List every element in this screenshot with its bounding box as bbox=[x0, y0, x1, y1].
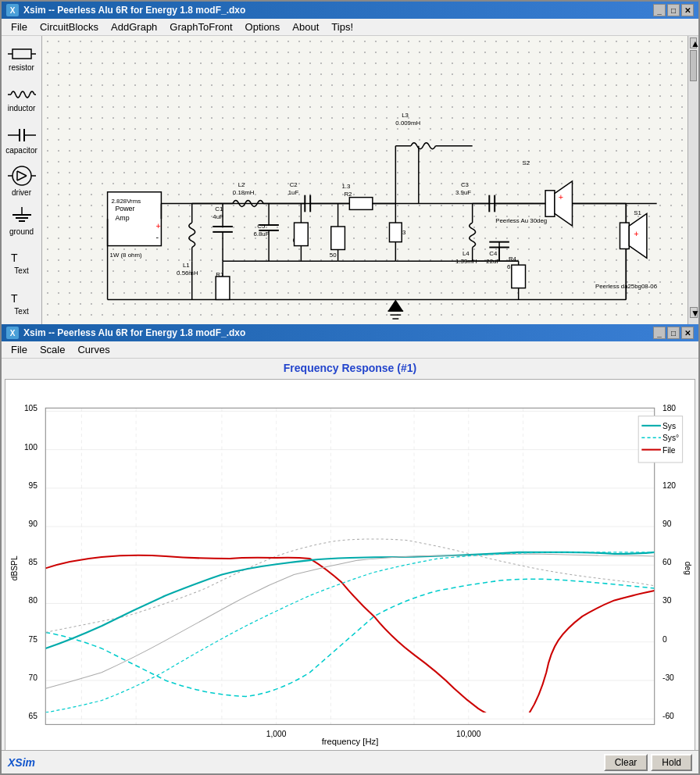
svg-text:1uF: 1uF bbox=[288, 189, 299, 196]
svg-text:+: + bbox=[559, 192, 563, 202]
svg-text:180: 180 bbox=[662, 404, 676, 412]
svg-text:50: 50 bbox=[330, 252, 337, 259]
sidebar-label-text2: Text bbox=[14, 307, 28, 316]
svg-text:30: 30 bbox=[662, 596, 672, 605]
svg-text:105: 105 bbox=[24, 404, 38, 412]
svg-text:80: 80 bbox=[29, 596, 38, 605]
svg-text:75: 75 bbox=[29, 635, 38, 644]
menu-graphtofront[interactable]: GraphToFront bbox=[163, 20, 238, 34]
svg-text:1,000: 1,000 bbox=[266, 730, 287, 738]
app-icon: X bbox=[6, 4, 19, 16]
bottom-bar: XSim Clear Hold bbox=[2, 750, 698, 773]
menu-about[interactable]: About bbox=[286, 20, 325, 34]
svg-text:+: + bbox=[634, 229, 638, 238]
svg-text:Amp: Amp bbox=[115, 214, 129, 222]
svg-text:-30: -30 bbox=[662, 673, 674, 682]
svg-text:60: 60 bbox=[662, 558, 672, 566]
bottom-titlebar-controls: _ □ ✕ bbox=[653, 327, 694, 339]
schematic-container: resistor inductor capacitor bbox=[2, 36, 698, 326]
svg-text:85: 85 bbox=[29, 558, 38, 566]
bottom-close-button[interactable]: ✕ bbox=[681, 327, 694, 339]
top-window: X Xsim -- Peerless Alu 6R for Energy 1.8… bbox=[0, 0, 700, 324]
bottom-menu-scale[interactable]: Scale bbox=[34, 342, 72, 357]
sidebar-item-inductor[interactable]: inductor bbox=[4, 80, 40, 119]
sidebar-item-capacitor[interactable]: capacitor bbox=[4, 120, 40, 159]
svg-text:90: 90 bbox=[29, 520, 38, 528]
menu-options[interactable]: Options bbox=[239, 20, 287, 34]
svg-text:65: 65 bbox=[29, 712, 38, 720]
svg-text:-: - bbox=[156, 232, 159, 241]
svg-marker-30 bbox=[388, 299, 404, 311]
titlebar-controls: _ □ ✕ bbox=[653, 4, 694, 16]
svg-text:120: 120 bbox=[662, 481, 676, 490]
sidebar-item-ground[interactable]: ground bbox=[4, 202, 40, 241]
sidebar-label-text1: Text bbox=[14, 266, 28, 275]
bottom-titlebar: X Xsim -- Peerless Alu 6R for Energy 1.8… bbox=[2, 324, 698, 341]
sidebar-item-driver[interactable]: driver bbox=[4, 161, 40, 200]
svg-text:100: 100 bbox=[24, 443, 38, 452]
vertical-scrollbar[interactable]: ▲ ▼ bbox=[688, 36, 698, 326]
svg-line-13 bbox=[17, 171, 27, 176]
sidebar-item-text2[interactable]: T Text bbox=[4, 284, 40, 323]
svg-text:T: T bbox=[11, 292, 18, 305]
close-button[interactable]: ✕ bbox=[681, 4, 694, 16]
svg-text:1W (8 ohm): 1W (8 ohm) bbox=[110, 252, 142, 259]
menu-addgraph[interactable]: AddGraph bbox=[105, 20, 163, 34]
maximize-button[interactable]: □ bbox=[667, 4, 680, 16]
svg-text:10,000: 10,000 bbox=[456, 730, 481, 738]
svg-text:+: + bbox=[156, 221, 161, 230]
bottom-minimize-button[interactable]: _ bbox=[653, 327, 666, 339]
svg-text:L1: L1 bbox=[183, 262, 190, 269]
bottom-app-icon: X bbox=[6, 327, 19, 339]
menu-tips[interactable]: Tips! bbox=[325, 20, 359, 34]
svg-text:dBSPL: dBSPL bbox=[10, 555, 19, 580]
svg-text:70: 70 bbox=[29, 673, 38, 682]
hold-button[interactable]: Hold bbox=[651, 754, 692, 771]
bottom-maximize-button[interactable]: □ bbox=[667, 327, 680, 339]
svg-rect-69 bbox=[331, 227, 345, 250]
svg-text:Sys: Sys bbox=[662, 422, 676, 430]
svg-rect-112 bbox=[512, 265, 526, 288]
bottom-menu-curves[interactable]: Curves bbox=[71, 342, 116, 357]
svg-text:90: 90 bbox=[662, 520, 672, 528]
sidebar-label-capacitor: capacitor bbox=[5, 146, 38, 155]
top-titlebar: X Xsim -- Peerless Alu 6R for Energy 1.8… bbox=[2, 2, 698, 19]
svg-text:C2: C2 bbox=[290, 181, 298, 188]
svg-text:Sys°: Sys° bbox=[662, 434, 679, 442]
schematic-canvas[interactable]: Power Amp 2.828Vrms + - 1W (8 ohm) L1 bbox=[42, 36, 688, 326]
svg-text:L4: L4 bbox=[462, 250, 470, 257]
sidebar-item-text1[interactable]: T Text bbox=[4, 243, 40, 282]
clear-button[interactable]: Clear bbox=[604, 754, 648, 771]
svg-text:S2: S2 bbox=[523, 159, 530, 166]
svg-text:-60: -60 bbox=[662, 712, 674, 720]
svg-text:C4: C4 bbox=[489, 250, 498, 257]
menu-file[interactable]: File bbox=[5, 20, 34, 34]
sidebar-label-resistor: resistor bbox=[9, 63, 34, 72]
menu-circuitblocks[interactable]: CircuitBlocks bbox=[34, 20, 105, 34]
svg-text:1.3: 1.3 bbox=[342, 183, 352, 190]
svg-text:6.8uF: 6.8uF bbox=[253, 230, 269, 238]
bottom-menu-file[interactable]: File bbox=[5, 342, 34, 357]
svg-text:S1: S1 bbox=[634, 209, 641, 216]
svg-text:4uF: 4uF bbox=[212, 213, 223, 220]
svg-text:C3: C3 bbox=[461, 181, 470, 188]
svg-text:File: File bbox=[662, 446, 676, 455]
svg-text:0.009mH: 0.009mH bbox=[395, 120, 420, 127]
svg-text:2.828Vrms: 2.828Vrms bbox=[112, 198, 141, 205]
svg-rect-119 bbox=[545, 191, 555, 216]
svg-text:frequency [Hz]: frequency [Hz] bbox=[322, 737, 379, 746]
graph-area[interactable]: 105 100 95 90 85 80 75 70 65 180 150 120… bbox=[5, 379, 695, 766]
svg-text:Power: Power bbox=[115, 205, 134, 212]
bottom-buttons: Clear Hold bbox=[604, 754, 692, 771]
svg-text:Peerless Au 30deg: Peerless Au 30deg bbox=[495, 217, 547, 224]
svg-text:3.9uF: 3.9uF bbox=[455, 189, 471, 196]
minimize-button[interactable]: _ bbox=[653, 4, 666, 16]
xsim-label: XSim bbox=[8, 756, 35, 769]
sidebar-item-resistor[interactable]: resistor bbox=[4, 39, 40, 78]
sidebar-label-ground: ground bbox=[9, 227, 34, 236]
svg-text:T: T bbox=[11, 252, 18, 264]
svg-rect-134 bbox=[5, 400, 695, 745]
bottom-window: X Xsim -- Peerless Alu 6R for Energy 1.8… bbox=[0, 324, 700, 775]
graph-title: Frequency Response (#1) bbox=[2, 359, 698, 376]
svg-text:C1: C1 bbox=[215, 205, 223, 212]
